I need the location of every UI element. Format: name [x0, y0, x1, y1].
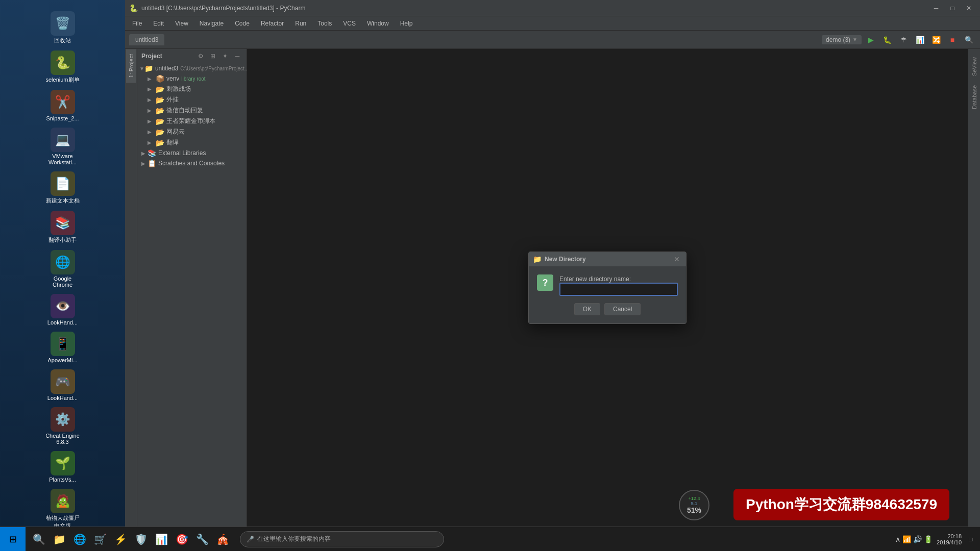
coverage-button[interactable]: ☂	[896, 33, 911, 47]
start-button[interactable]: ⊞	[0, 527, 26, 552]
taskbar-clock[interactable]: 20:18 2019/4/10	[937, 533, 962, 545]
settings-button[interactable]: 🔍	[962, 33, 976, 47]
concurrency-button[interactable]: 🔀	[929, 33, 943, 47]
icon-image-plantsv: 🌱	[51, 451, 75, 475]
desktop-icon-newdoc[interactable]: 📄 新建文本文档	[42, 169, 83, 207]
dialog-title-text: New Directory	[545, 256, 669, 263]
taskbar-store[interactable]: 🛒	[91, 530, 109, 548]
desktop-icon-apowermi[interactable]: 📱 ApowerMi...	[42, 330, 83, 365]
taskbar-file-explorer[interactable]: 📁	[50, 530, 68, 548]
taskbar: ⊞ 🔍 📁 🌐 🛒 ⚡ 🛡️ 📊 🎯 🔧 🎪 🎤 在这里输入你要搜索的内容 ∧ …	[0, 527, 980, 551]
dialog-cancel-button[interactable]: Cancel	[604, 303, 641, 315]
close-button[interactable]: ✕	[962, 3, 976, 13]
icon-image-chrome: 🌐	[51, 250, 75, 274]
menu-item-tools[interactable]: Tools	[312, 18, 337, 29]
menu-item-run[interactable]: Run	[290, 18, 311, 29]
taskbar-misc2[interactable]: 🛡️	[132, 530, 150, 548]
taskbar-cortana[interactable]: 🔍	[30, 530, 48, 548]
icon-image-newdoc: 📄	[51, 171, 75, 196]
tree-root[interactable]: ▼ 📁 untitled3 C:\Users\pc\PycharmProject…	[137, 63, 247, 73]
desktop-icon-cheat[interactable]: ⚙️ Cheat Engine 6.8.3	[42, 405, 83, 447]
desktop-icon-plantsv[interactable]: 🌱 PlantsVs...	[42, 449, 83, 485]
menu-item-help[interactable]: Help	[395, 18, 418, 29]
sidebar-tab-database[interactable]: Database	[969, 81, 979, 113]
pycharm-window: 🐍 untitled3 [C:\Users\pc\PycharmProjects…	[125, 0, 980, 527]
menu-item-refactor[interactable]: Refactor	[256, 18, 289, 29]
stop-button[interactable]: ■	[945, 33, 960, 47]
notification-button[interactable]: □	[962, 530, 980, 548]
minimize-button[interactable]: ─	[929, 3, 943, 13]
tray-arrow[interactable]: ∧	[895, 535, 900, 543]
desktop-icon-vmware[interactable]: 💻 VMware Workstati...	[42, 126, 83, 167]
menu-item-vcs[interactable]: VCS	[338, 18, 361, 29]
menu-item-window[interactable]: Window	[362, 18, 394, 29]
sidebar-tab-seview[interactable]: SeView	[969, 53, 979, 80]
desktop-icon-snipaste[interactable]: ✂️ Snipaste_2...	[42, 88, 83, 123]
desktop-icon-zx27[interactable]: 🎮 LookHand...	[42, 367, 83, 403]
panel-settings-btn[interactable]: ⚙	[195, 51, 206, 61]
menu-item-view[interactable]: View	[170, 18, 193, 29]
icon-image-vmware: 💻	[51, 128, 75, 152]
panel-gear-btn[interactable]: ✦	[220, 51, 230, 61]
tree-folder-5[interactable]: ▶ 📂 网易云	[137, 127, 247, 137]
vtab-project[interactable]: 1: Project	[126, 49, 136, 83]
taskbar-misc3[interactable]: 📊	[152, 530, 170, 548]
taskbar-misc4[interactable]: 🎯	[173, 530, 191, 548]
tray-battery[interactable]: 🔋	[924, 535, 933, 543]
dialog-label: Enter new directory name:	[559, 274, 678, 283]
tray-network[interactable]: 📶	[902, 535, 911, 543]
desktop-icon-lookhand[interactable]: 👁️ LookHand...	[42, 292, 83, 328]
new-directory-dialog: 📁 New Directory ✕ ? Enter new directory …	[528, 252, 687, 324]
icon-label-newdoc: 新建文本文档	[46, 197, 80, 205]
taskbar-misc1[interactable]: ⚡	[111, 530, 130, 548]
maximize-button[interactable]: □	[945, 3, 960, 13]
taskbar-misc5[interactable]: 🔧	[193, 530, 211, 548]
editor-area[interactable]: Search Everywhere Double Shift Go to Fil…	[247, 49, 968, 527]
icon-label-chrome: Google Chrome	[44, 276, 81, 288]
window-title: untitled3 [C:\Users\pc\PycharmProjects\u…	[141, 5, 925, 12]
icon-image-lookhand: 👁️	[51, 294, 75, 318]
perf-percent: 51%	[687, 506, 701, 514]
taskbar-edge[interactable]: 🌐	[70, 530, 89, 548]
desktop-icon-zombie[interactable]: 🧟 植物大战僵尸中文版	[42, 487, 83, 532]
directory-name-input[interactable]	[559, 283, 678, 296]
panel-title: Project	[141, 53, 193, 60]
toolbar-tab-untitled3[interactable]: untitled3	[129, 34, 164, 45]
menu-item-navigate[interactable]: Navigate	[194, 18, 229, 29]
tree-folder-6[interactable]: ▶ 📂 翻译	[137, 137, 247, 148]
desktop-icon-chrome[interactable]: 🌐 Google Chrome	[42, 248, 83, 290]
tree-folder-1[interactable]: ▶ 📂 刺激战场	[137, 84, 247, 94]
profile-button[interactable]: 📊	[913, 33, 927, 47]
dialog-close-button[interactable]: ✕	[672, 254, 682, 264]
tree-folder-2[interactable]: ▶ 📂 外挂	[137, 94, 247, 105]
taskbar-app-icons: 🔍 📁 🌐 🛒 ⚡ 🛡️ 📊 🎯 🔧 🎪	[26, 530, 236, 548]
tree-external-libs[interactable]: ▶ 📚 External Libraries	[137, 148, 247, 158]
panel-close-btn[interactable]: ─	[232, 51, 242, 61]
run-button[interactable]: ▶	[864, 33, 878, 47]
main-content: 1: Project Project ⚙ ⊞ ✦ ─ ▼ 📁 untitled3…	[125, 49, 980, 527]
menu-item-code[interactable]: Code	[230, 18, 255, 29]
run-config[interactable]: demo (3) ▼	[822, 35, 862, 44]
icon-image-snipaste: ✂️	[51, 90, 75, 114]
tree-folder-4[interactable]: ▶ 📂 王者荣耀金币脚本	[137, 116, 247, 127]
tree-venv[interactable]: ▶ 📦 venv library root	[137, 73, 247, 84]
window-controls: ─ □ ✕	[929, 3, 976, 13]
root-name: untitled3	[155, 65, 178, 72]
dialog-titlebar: 📁 New Directory ✕	[529, 252, 686, 266]
menu-item-edit[interactable]: Edit	[148, 18, 169, 29]
taskbar-search[interactable]: 🎤 在这里输入你要搜索的内容	[240, 531, 444, 547]
desktop-icon-recycle[interactable]: 🗑️ 回收站	[42, 9, 83, 46]
desktop-icon-fanyi[interactable]: 📚 翻译小助手	[42, 209, 83, 246]
dialog-content-row: ? Enter new directory name:	[537, 274, 678, 296]
icon-label-lookhand: LookHand...	[47, 319, 78, 325]
question-icon: ?	[537, 274, 553, 291]
debug-button[interactable]: 🐛	[880, 33, 894, 47]
tree-scratches[interactable]: ▶ 📋 Scratches and Consoles	[137, 158, 247, 168]
menu-item-file[interactable]: File	[127, 18, 147, 29]
taskbar-misc6[interactable]: 🎪	[213, 530, 232, 548]
tray-volume[interactable]: 🔊	[913, 535, 922, 543]
tree-folder-3[interactable]: ▶ 📂 微信自动回复	[137, 105, 247, 116]
panel-layout-btn[interactable]: ⊞	[208, 51, 218, 61]
dialog-ok-button[interactable]: OK	[574, 303, 600, 315]
desktop-icon-selenium[interactable]: 🐍 selenium刷单	[42, 48, 83, 86]
